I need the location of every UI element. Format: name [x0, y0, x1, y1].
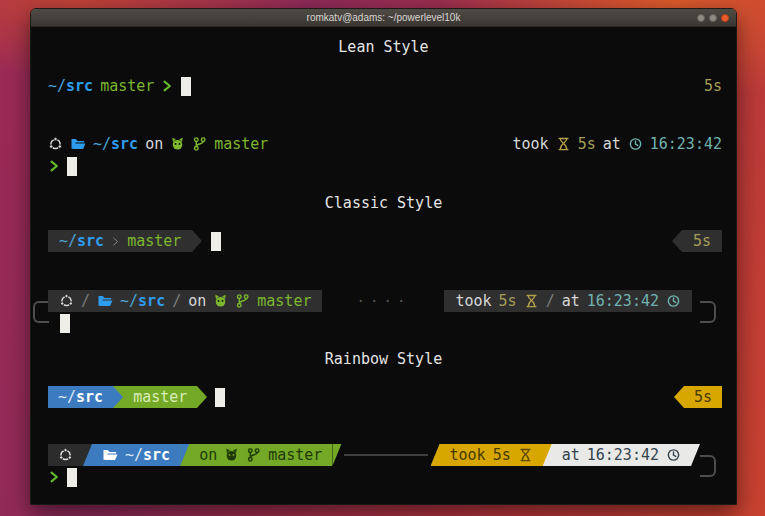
git-branch-icon — [192, 136, 207, 152]
directory-segment: ~/src — [92, 444, 180, 466]
cursor-block — [215, 388, 225, 407]
lean-prompt-input-line — [48, 155, 722, 177]
dir-prefix: ~/ — [48, 77, 66, 95]
titlebar[interactable]: romkatv@adams: ~/powerlevel10k — [31, 9, 736, 27]
directory-path: ~/src — [59, 230, 104, 252]
git-branch-name: master — [257, 290, 311, 312]
classic-prompt-single: ~/src master 5s — [48, 230, 722, 252]
dir-name: src — [76, 388, 103, 406]
command-duration: 5s — [693, 230, 711, 252]
dir-name: src — [111, 135, 138, 153]
cursor-block — [67, 468, 77, 487]
dir-name: src — [138, 292, 165, 310]
cursor-block — [67, 157, 77, 176]
powerline-bar: ~/src master — [48, 230, 192, 252]
octocat-icon — [170, 136, 185, 152]
terminal-body[interactable]: Lean Style ~/src master 5s ~/src on mast… — [31, 27, 736, 504]
thin-separator-icon — [110, 234, 121, 249]
lean-prompt-single: ~/src master 5s — [48, 75, 722, 97]
git-segment: on master — [189, 444, 332, 466]
dir-prefix: ~/ — [93, 135, 111, 153]
dir-name: src — [66, 77, 93, 95]
clock-icon — [666, 447, 681, 463]
maximize-button[interactable] — [709, 14, 717, 22]
directory-path: ~/src — [120, 290, 165, 312]
git-branch-icon — [235, 293, 250, 309]
gap-dots: ···· — [357, 290, 411, 312]
git-branch-icon — [246, 447, 261, 463]
directory-path: ~/src — [58, 386, 103, 408]
dir-name: src — [143, 446, 170, 464]
ubuntu-logo-icon — [58, 447, 73, 463]
on-word: on — [188, 290, 206, 312]
hourglass-icon — [524, 293, 539, 309]
powerline-bar: / ~/src / on master — [48, 290, 322, 312]
close-button[interactable] — [721, 14, 729, 22]
hourglass-icon — [518, 447, 533, 463]
terminal-window: romkatv@adams: ~/powerlevel10k Lean Styl… — [30, 8, 737, 505]
slant-separator — [180, 444, 189, 466]
timestamp: 16:23:42 — [587, 290, 659, 312]
timestamp: 16:23:42 — [587, 444, 659, 466]
separator-slash: / — [172, 290, 181, 312]
prompt-chevron-icon — [48, 158, 61, 174]
folder-icon — [97, 293, 113, 309]
dir-name: src — [77, 232, 104, 250]
os-segment — [48, 444, 83, 466]
git-branch-name: master — [100, 75, 154, 97]
took-word: took — [450, 444, 486, 466]
octocat-icon — [213, 293, 228, 309]
directory-segment: ~/src — [48, 386, 113, 408]
dir-prefix: ~/ — [125, 446, 143, 464]
classic-prompt-two-line: / ~/src / on master ···· took 5s / at — [48, 290, 722, 312]
separator-slash: / — [546, 290, 555, 312]
on-word: on — [145, 133, 163, 155]
powerline-head-arrow — [674, 386, 684, 408]
clock-icon — [666, 293, 681, 309]
slant-separator — [543, 444, 552, 466]
separator-slash: / — [81, 290, 90, 312]
lean-prompt-two-line: ~/src on master took 5s at 16:23:42 — [48, 133, 722, 155]
ubuntu-logo-icon — [48, 136, 63, 152]
gap-line — [344, 454, 427, 456]
dir-prefix: ~/ — [120, 292, 138, 310]
rainbow-prompt-input-line — [48, 466, 722, 488]
at-word: at — [562, 444, 580, 466]
directory-path: ~/src — [93, 133, 138, 155]
lean-heading: Lean Style — [31, 36, 736, 58]
slant-separator — [83, 444, 92, 466]
powerline-bar: took 5s / at 16:23:42 — [444, 290, 692, 312]
powerline-arrow — [113, 386, 123, 408]
slant-separator — [332, 444, 341, 466]
duration-segment: 5s — [684, 386, 722, 408]
minimize-button[interactable] — [697, 14, 705, 22]
folder-icon — [70, 136, 86, 152]
command-duration: 5s — [493, 444, 511, 466]
powerline-arrow — [197, 386, 207, 408]
cursor-block — [60, 314, 70, 333]
prompt-frame-left — [33, 301, 49, 323]
rainbow-heading: Rainbow Style — [31, 348, 736, 370]
command-duration: 5s — [578, 133, 596, 155]
clock-icon — [628, 136, 643, 152]
hourglass-icon — [556, 136, 571, 152]
classic-heading: Classic Style — [31, 192, 736, 214]
octocat-icon — [224, 447, 239, 463]
at-word: at — [603, 133, 621, 155]
prompt-chevron-icon — [161, 78, 174, 94]
rainbow-prompt-two-line: ~/src on master took 5s — [48, 444, 722, 466]
duration-segment: took 5s — [440, 444, 543, 466]
slant-separator — [431, 444, 440, 466]
git-branch-name: master — [214, 133, 268, 155]
at-word: at — [562, 290, 580, 312]
directory-path: ~/src — [48, 75, 93, 97]
powerline-bar: 5s — [682, 230, 722, 252]
ubuntu-logo-icon — [59, 293, 74, 309]
slant-separator — [691, 444, 700, 466]
prompt-chevron-icon — [48, 469, 61, 485]
classic-prompt-input-line — [48, 312, 722, 334]
git-branch-name: master — [268, 444, 322, 466]
git-segment: master — [123, 386, 197, 408]
took-word: took — [455, 290, 491, 312]
time-segment: at 16:23:42 — [552, 444, 691, 466]
